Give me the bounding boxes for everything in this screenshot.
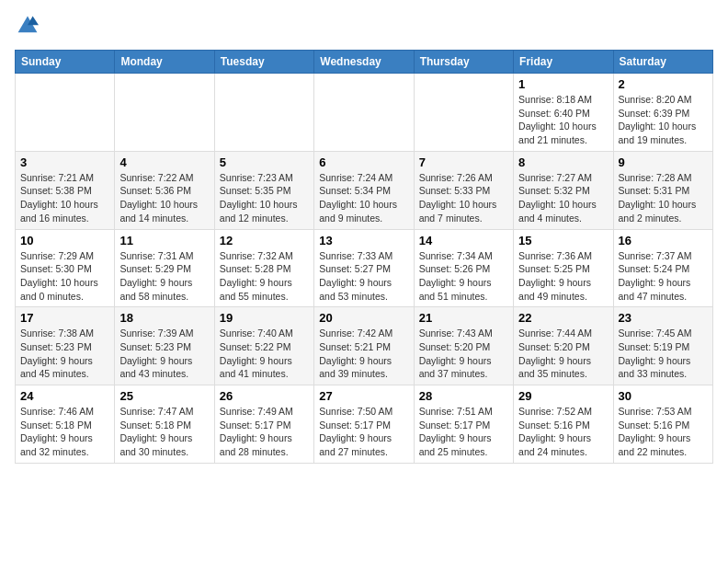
day-info: Sunrise: 7:49 AMSunset: 5:17 PMDaylight:… xyxy=(220,405,309,459)
calendar-table: SundayMondayTuesdayWednesdayThursdayFrid… xyxy=(15,50,713,464)
calendar-day-3: 3Sunrise: 7:21 AMSunset: 5:38 PMDaylight… xyxy=(16,151,115,229)
calendar-day-17: 17Sunrise: 7:38 AMSunset: 5:23 PMDayligh… xyxy=(16,307,115,385)
calendar-day-7: 7Sunrise: 7:26 AMSunset: 5:33 PMDaylight… xyxy=(414,151,513,229)
day-info: Sunrise: 7:26 AMSunset: 5:33 PMDaylight:… xyxy=(419,171,508,225)
day-number: 26 xyxy=(220,389,309,403)
day-number: 19 xyxy=(220,311,309,325)
calendar-day-15: 15Sunrise: 7:36 AMSunset: 5:25 PMDayligh… xyxy=(514,229,613,307)
day-info: Sunrise: 7:38 AMSunset: 5:23 PMDaylight:… xyxy=(20,327,109,381)
day-number: 12 xyxy=(220,234,309,247)
calendar-day-14: 14Sunrise: 7:34 AMSunset: 5:26 PMDayligh… xyxy=(414,229,513,307)
day-info: Sunrise: 7:45 AMSunset: 5:19 PMDaylight:… xyxy=(619,327,708,381)
day-number: 4 xyxy=(119,155,209,169)
day-number: 7 xyxy=(419,155,508,169)
calendar-empty-cell xyxy=(414,74,513,152)
day-info: Sunrise: 7:51 AMSunset: 5:17 PMDaylight:… xyxy=(419,405,508,459)
calendar-day-16: 16Sunrise: 7:37 AMSunset: 5:24 PMDayligh… xyxy=(613,229,712,307)
day-info: Sunrise: 7:50 AMSunset: 5:17 PMDaylight:… xyxy=(319,405,408,459)
day-info: Sunrise: 7:23 AMSunset: 5:35 PMDaylight:… xyxy=(220,171,309,225)
calendar-day-11: 11Sunrise: 7:31 AMSunset: 5:29 PMDayligh… xyxy=(115,229,214,307)
calendar-week-row: 24Sunrise: 7:46 AMSunset: 5:18 PMDayligh… xyxy=(16,385,713,464)
day-number: 29 xyxy=(518,389,608,403)
day-number: 9 xyxy=(619,155,708,169)
day-info: Sunrise: 7:53 AMSunset: 5:16 PMDaylight:… xyxy=(619,405,708,459)
calendar-empty-cell xyxy=(314,74,414,152)
calendar-day-26: 26Sunrise: 7:49 AMSunset: 5:17 PMDayligh… xyxy=(214,385,313,464)
logo-icon xyxy=(17,15,39,37)
day-number: 13 xyxy=(319,234,408,247)
calendar-day-28: 28Sunrise: 7:51 AMSunset: 5:17 PMDayligh… xyxy=(414,385,513,464)
day-info: Sunrise: 7:39 AMSunset: 5:23 PMDaylight:… xyxy=(119,327,209,381)
day-info: Sunrise: 7:37 AMSunset: 5:24 PMDaylight:… xyxy=(619,249,708,304)
day-info: Sunrise: 7:21 AMSunset: 5:38 PMDaylight:… xyxy=(20,171,109,225)
day-number: 2 xyxy=(619,77,708,91)
day-number: 17 xyxy=(20,311,109,325)
day-number: 3 xyxy=(20,155,109,169)
calendar-day-2: 2Sunrise: 8:20 AMSunset: 6:39 PMDaylight… xyxy=(613,74,712,152)
weekday-header-tuesday: Tuesday xyxy=(214,51,313,74)
calendar-day-13: 13Sunrise: 7:33 AMSunset: 5:27 PMDayligh… xyxy=(314,229,414,307)
calendar-week-row: 3Sunrise: 7:21 AMSunset: 5:38 PMDaylight… xyxy=(16,151,713,229)
day-info: Sunrise: 7:44 AMSunset: 5:20 PMDaylight:… xyxy=(518,327,608,381)
day-number: 27 xyxy=(319,389,408,403)
calendar-empty-cell xyxy=(16,74,115,152)
day-number: 10 xyxy=(20,234,109,247)
day-info: Sunrise: 7:36 AMSunset: 5:25 PMDaylight:… xyxy=(518,249,608,304)
day-number: 15 xyxy=(518,234,608,247)
day-number: 23 xyxy=(619,311,708,325)
weekday-header-thursday: Thursday xyxy=(414,51,513,74)
calendar-empty-cell xyxy=(115,74,214,152)
calendar-empty-cell xyxy=(214,74,313,152)
day-number: 8 xyxy=(518,155,608,169)
day-info: Sunrise: 7:32 AMSunset: 5:28 PMDaylight:… xyxy=(220,249,309,304)
calendar-day-25: 25Sunrise: 7:47 AMSunset: 5:18 PMDayligh… xyxy=(115,385,214,464)
logo xyxy=(15,15,40,40)
day-info: Sunrise: 7:43 AMSunset: 5:20 PMDaylight:… xyxy=(419,327,508,381)
day-number: 1 xyxy=(518,77,608,91)
weekday-header-friday: Friday xyxy=(514,51,613,74)
day-info: Sunrise: 7:33 AMSunset: 5:27 PMDaylight:… xyxy=(319,249,408,304)
day-info: Sunrise: 7:52 AMSunset: 5:16 PMDaylight:… xyxy=(518,405,608,459)
day-number: 30 xyxy=(619,389,708,403)
day-number: 14 xyxy=(419,234,508,247)
day-info: Sunrise: 7:27 AMSunset: 5:32 PMDaylight:… xyxy=(518,171,608,225)
day-number: 11 xyxy=(119,234,209,247)
day-number: 28 xyxy=(419,389,508,403)
day-number: 20 xyxy=(319,311,408,325)
calendar-day-18: 18Sunrise: 7:39 AMSunset: 5:23 PMDayligh… xyxy=(115,307,214,385)
weekday-header-saturday: Saturday xyxy=(613,51,712,74)
day-info: Sunrise: 7:46 AMSunset: 5:18 PMDaylight:… xyxy=(20,405,109,459)
day-info: Sunrise: 7:31 AMSunset: 5:29 PMDaylight:… xyxy=(119,249,209,304)
calendar-day-21: 21Sunrise: 7:43 AMSunset: 5:20 PMDayligh… xyxy=(414,307,513,385)
weekday-header-sunday: Sunday xyxy=(16,51,115,74)
calendar-day-22: 22Sunrise: 7:44 AMSunset: 5:20 PMDayligh… xyxy=(514,307,613,385)
calendar-week-row: 10Sunrise: 7:29 AMSunset: 5:30 PMDayligh… xyxy=(16,229,713,307)
day-info: Sunrise: 7:29 AMSunset: 5:30 PMDaylight:… xyxy=(20,249,109,304)
day-info: Sunrise: 7:42 AMSunset: 5:21 PMDaylight:… xyxy=(319,327,408,381)
day-number: 6 xyxy=(319,155,408,169)
calendar-day-4: 4Sunrise: 7:22 AMSunset: 5:36 PMDaylight… xyxy=(115,151,214,229)
day-info: Sunrise: 8:20 AMSunset: 6:39 PMDaylight:… xyxy=(619,93,708,147)
day-info: Sunrise: 7:34 AMSunset: 5:26 PMDaylight:… xyxy=(419,249,508,304)
day-info: Sunrise: 8:18 AMSunset: 6:40 PMDaylight:… xyxy=(518,93,608,147)
day-info: Sunrise: 7:22 AMSunset: 5:36 PMDaylight:… xyxy=(119,171,209,225)
page-header xyxy=(15,15,713,40)
calendar-day-6: 6Sunrise: 7:24 AMSunset: 5:34 PMDaylight… xyxy=(314,151,414,229)
calendar-day-27: 27Sunrise: 7:50 AMSunset: 5:17 PMDayligh… xyxy=(314,385,414,464)
calendar-day-10: 10Sunrise: 7:29 AMSunset: 5:30 PMDayligh… xyxy=(16,229,115,307)
calendar-day-23: 23Sunrise: 7:45 AMSunset: 5:19 PMDayligh… xyxy=(613,307,712,385)
day-number: 5 xyxy=(220,155,309,169)
calendar-day-20: 20Sunrise: 7:42 AMSunset: 5:21 PMDayligh… xyxy=(314,307,414,385)
day-number: 18 xyxy=(119,311,209,325)
day-info: Sunrise: 7:47 AMSunset: 5:18 PMDaylight:… xyxy=(119,405,209,459)
calendar-day-5: 5Sunrise: 7:23 AMSunset: 5:35 PMDaylight… xyxy=(214,151,313,229)
day-number: 22 xyxy=(518,311,608,325)
calendar-week-row: 1Sunrise: 8:18 AMSunset: 6:40 PMDaylight… xyxy=(16,74,713,152)
calendar-day-8: 8Sunrise: 7:27 AMSunset: 5:32 PMDaylight… xyxy=(514,151,613,229)
calendar-day-30: 30Sunrise: 7:53 AMSunset: 5:16 PMDayligh… xyxy=(613,385,712,464)
calendar-day-19: 19Sunrise: 7:40 AMSunset: 5:22 PMDayligh… xyxy=(214,307,313,385)
calendar-week-row: 17Sunrise: 7:38 AMSunset: 5:23 PMDayligh… xyxy=(16,307,713,385)
calendar-day-1: 1Sunrise: 8:18 AMSunset: 6:40 PMDaylight… xyxy=(514,74,613,152)
calendar-day-12: 12Sunrise: 7:32 AMSunset: 5:28 PMDayligh… xyxy=(214,229,313,307)
day-number: 25 xyxy=(119,389,209,403)
